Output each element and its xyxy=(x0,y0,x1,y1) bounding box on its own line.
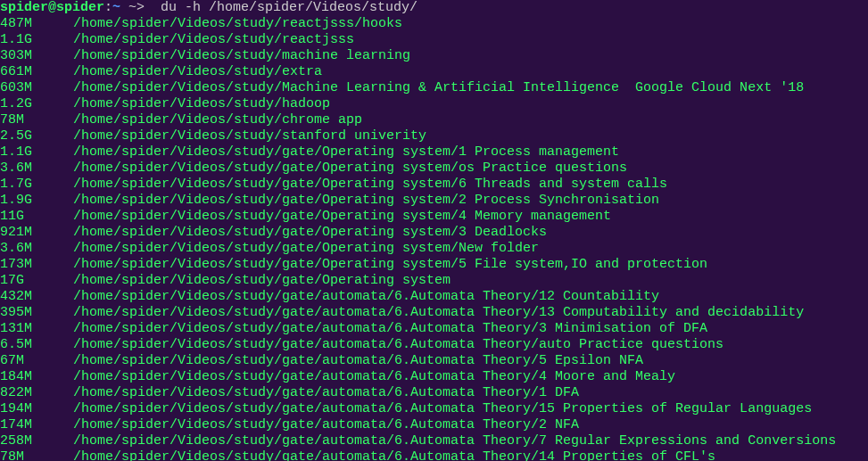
size-value: 131M xyxy=(0,321,57,337)
size-value: 395M xyxy=(0,305,57,321)
path-value: /home/spider/Videos/study/gate/Operating… xyxy=(57,209,611,224)
output-line: 432M /home/spider/Videos/study/gate/auto… xyxy=(0,289,868,305)
path-value: /home/spider/Videos/study/gate/Operating… xyxy=(57,193,659,208)
separator: : xyxy=(104,0,112,15)
size-value: 432M xyxy=(0,289,57,305)
size-value: 78M xyxy=(0,449,57,461)
output-line: 78M /home/spider/Videos/study/chrome app xyxy=(0,112,868,128)
output-line: 258M /home/spider/Videos/study/gate/auto… xyxy=(0,433,868,449)
path-value: /home/spider/Videos/study/gate/Operating… xyxy=(57,177,667,192)
output-line: 184M /home/spider/Videos/study/gate/auto… xyxy=(0,369,868,385)
output-line: 17G /home/spider/Videos/study/gate/Opera… xyxy=(0,273,868,289)
output-line: 131M /home/spider/Videos/study/gate/auto… xyxy=(0,321,868,337)
path-value: /home/spider/Videos/study/gate/automata/… xyxy=(57,369,675,384)
output-line: 822M /home/spider/Videos/study/gate/auto… xyxy=(0,385,868,401)
output-line: 2.5G /home/spider/Videos/study/stanford … xyxy=(0,128,868,144)
output-line: 1.1G /home/spider/Videos/study/gate/Oper… xyxy=(0,144,868,161)
output-line: 67M /home/spider/Videos/study/gate/autom… xyxy=(0,353,868,369)
path-value: /home/spider/Videos/study/Machine Learni… xyxy=(57,80,804,95)
size-value: 1.9G xyxy=(0,193,57,209)
size-value: 921M xyxy=(0,225,57,241)
prompt-symbol: ~> xyxy=(120,0,161,15)
size-value: 67M xyxy=(0,353,57,369)
path-value: /home/spider/Videos/study/extra xyxy=(57,64,322,79)
output-line: 303M /home/spider/Videos/study/machine l… xyxy=(0,48,868,64)
size-value: 6.5M xyxy=(0,337,57,353)
path-value: /home/spider/Videos/study/hadoop xyxy=(57,96,330,111)
size-value: 303M xyxy=(0,48,57,64)
path-value: /home/spider/Videos/study/gate/Operating… xyxy=(57,161,627,176)
output-line: 1.9G /home/spider/Videos/study/gate/Oper… xyxy=(0,193,868,209)
size-value: 1.1G xyxy=(0,144,57,161)
path-value: /home/spider/Videos/study/gate/Operating… xyxy=(57,257,707,272)
size-value: 1.1G xyxy=(0,32,57,48)
output-line: 194M /home/spider/Videos/study/gate/auto… xyxy=(0,401,868,417)
path-value: /home/spider/Videos/study/gate/automata/… xyxy=(57,337,723,352)
command-text: du -h /home/spider/Videos/study/ xyxy=(161,0,417,15)
size-value: 3.6M xyxy=(0,241,57,257)
path-value: /home/spider/Videos/study/gate/automata/… xyxy=(57,449,715,461)
path-value: /home/spider/Videos/study/gate/automata/… xyxy=(57,305,804,320)
size-value: 194M xyxy=(0,401,57,417)
output-line: 1.1G /home/spider/Videos/study/reactjsss xyxy=(0,32,868,48)
path-value: /home/spider/Videos/study/reactjsss/hook… xyxy=(57,16,402,31)
prompt-line: spider@spider:~ ~> du -h /home/spider/Vi… xyxy=(0,0,868,16)
path-value: /home/spider/Videos/study/gate/Operating… xyxy=(57,225,547,240)
path-value: /home/spider/Videos/study/gate/automata/… xyxy=(57,289,659,304)
size-value: 78M xyxy=(0,112,57,128)
cwd-tilde: ~ xyxy=(112,0,120,15)
size-value: 603M xyxy=(0,80,57,96)
path-value: /home/spider/Videos/study/machine learni… xyxy=(57,48,410,63)
size-value: 2.5G xyxy=(0,128,57,144)
path-value: /home/spider/Videos/study/gate/Operating… xyxy=(57,144,619,160)
path-value: /home/spider/Videos/study/reactjsss xyxy=(57,32,354,47)
output-line: 487M /home/spider/Videos/study/reactjsss… xyxy=(0,16,868,32)
path-value: /home/spider/Videos/study/gate/Operating… xyxy=(57,241,539,256)
size-value: 487M xyxy=(0,16,57,32)
user-host: spider@spider xyxy=(0,0,104,15)
output-line: 6.5M /home/spider/Videos/study/gate/auto… xyxy=(0,337,868,353)
path-value: /home/spider/Videos/study/gate/Operating… xyxy=(57,273,451,288)
size-value: 661M xyxy=(0,64,57,80)
output-line: 1.2G /home/spider/Videos/study/hadoop xyxy=(0,96,868,112)
size-value: 1.7G xyxy=(0,177,57,193)
path-value: /home/spider/Videos/study/gate/automata/… xyxy=(57,401,812,416)
size-value: 11G xyxy=(0,209,57,225)
size-value: 17G xyxy=(0,273,57,289)
path-value: /home/spider/Videos/study/gate/automata/… xyxy=(57,385,579,400)
output-line: 1.7G /home/spider/Videos/study/gate/Oper… xyxy=(0,177,868,193)
output-line: 395M /home/spider/Videos/study/gate/auto… xyxy=(0,305,868,321)
path-value: /home/spider/Videos/study/stanford unive… xyxy=(57,128,426,144)
output-area: 487M /home/spider/Videos/study/reactjsss… xyxy=(0,16,868,461)
path-value: /home/spider/Videos/study/gate/automata/… xyxy=(57,321,707,336)
path-value: /home/spider/Videos/study/gate/automata/… xyxy=(57,417,579,432)
size-value: 174M xyxy=(0,417,57,433)
output-line: 173M /home/spider/Videos/study/gate/Oper… xyxy=(0,257,868,273)
size-value: 184M xyxy=(0,369,57,385)
path-value: /home/spider/Videos/study/gate/automata/… xyxy=(57,353,643,368)
size-value: 822M xyxy=(0,385,57,401)
output-line: 174M /home/spider/Videos/study/gate/auto… xyxy=(0,417,868,433)
path-value: /home/spider/Videos/study/gate/automata/… xyxy=(57,433,836,449)
output-line: 661M /home/spider/Videos/study/extra xyxy=(0,64,868,80)
output-line: 921M /home/spider/Videos/study/gate/Oper… xyxy=(0,225,868,241)
output-line: 78M /home/spider/Videos/study/gate/autom… xyxy=(0,449,868,461)
output-line: 603M /home/spider/Videos/study/Machine L… xyxy=(0,80,868,96)
terminal[interactable]: spider@spider:~ ~> du -h /home/spider/Vi… xyxy=(0,0,868,461)
output-line: 3.6M /home/spider/Videos/study/gate/Oper… xyxy=(0,161,868,177)
size-value: 1.2G xyxy=(0,96,57,112)
size-value: 258M xyxy=(0,433,57,449)
path-value: /home/spider/Videos/study/chrome app xyxy=(57,112,362,128)
size-value: 173M xyxy=(0,257,57,273)
output-line: 11G /home/spider/Videos/study/gate/Opera… xyxy=(0,209,868,225)
output-line: 3.6M /home/spider/Videos/study/gate/Oper… xyxy=(0,241,868,257)
size-value: 3.6M xyxy=(0,161,57,177)
